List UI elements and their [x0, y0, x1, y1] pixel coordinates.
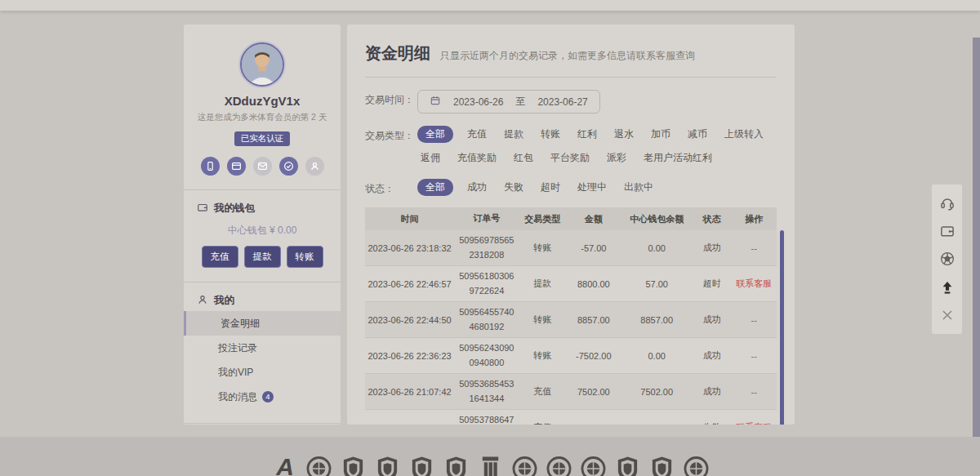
wallet-buttons: 充值提款转账: [197, 246, 327, 268]
type-option[interactable]: 返佣: [417, 149, 443, 167]
contact-support-link[interactable]: 联系客服: [736, 422, 772, 425]
calendar-icon: [430, 95, 441, 109]
cell-balance: 0.00: [621, 243, 693, 253]
cell-operation: --: [731, 351, 777, 361]
deposit-button[interactable]: 充值: [202, 246, 238, 268]
table-row: 2023-06-26 23:18:32509569785652318208转账-…: [365, 230, 777, 266]
verified-check-icon[interactable]: [279, 157, 298, 176]
column-header: 订单号: [454, 211, 519, 226]
cell-time: 2023-06-26 21:02:22: [365, 423, 454, 425]
wallet-section-title: 我的钱包: [197, 202, 327, 216]
close-icon[interactable]: [938, 306, 956, 324]
type-option[interactable]: 红利: [574, 126, 600, 143]
type-option[interactable]: 提款: [501, 126, 527, 143]
cell-type: 转账: [519, 349, 567, 362]
cell-balance: 0.00: [621, 351, 693, 361]
club-logo-5: [408, 455, 435, 476]
wallet-icon[interactable]: [938, 222, 956, 240]
status-option[interactable]: 超时: [537, 179, 564, 196]
phone-icon[interactable]: [201, 157, 220, 176]
club-logo-4: [374, 455, 401, 476]
page-scrollbar[interactable]: [973, 38, 980, 476]
cell-order-no: 509536854531641344: [454, 377, 519, 406]
center-wallet-balance: 中心钱包 ¥ 0.00: [197, 224, 327, 238]
type-option[interactable]: 加币: [648, 126, 674, 143]
customer-service-icon[interactable]: [938, 194, 956, 212]
my-menu: 资金明细投注记录我的VIP我的消息4: [197, 311, 327, 409]
club-logo-11: [614, 455, 641, 476]
member-note: 这是您成为多米体育会员的第 2 天: [197, 112, 327, 123]
type-option[interactable]: 上级转入: [721, 126, 767, 143]
cell-time: 2023-06-26 23:18:32: [365, 243, 454, 253]
divider: [184, 282, 341, 282]
sidebar-item-my-vip[interactable]: 我的VIP: [197, 360, 327, 385]
withdraw-button[interactable]: 提款: [244, 246, 281, 268]
cell-order-no: 509537886470152192: [454, 413, 519, 425]
cell-operation: --: [731, 243, 777, 253]
table-row: 2023-06-26 22:36:23509562430900940800转账-…: [365, 338, 777, 374]
bank-card-icon[interactable]: [227, 157, 246, 176]
cell-type: 充值: [519, 421, 567, 425]
type-option[interactable]: 老用户活动红利: [640, 149, 715, 167]
status-option[interactable]: 失败: [501, 179, 527, 196]
type-option[interactable]: 充值: [464, 126, 490, 143]
menu-item-label: 我的VIP: [218, 367, 253, 378]
cell-type: 充值: [519, 385, 567, 398]
type-option[interactable]: 退水: [611, 126, 637, 143]
back-to-top-icon[interactable]: [938, 278, 956, 296]
club-logo-row: A: [0, 455, 980, 476]
type-option[interactable]: 红包: [510, 149, 537, 167]
status-option[interactable]: 成功: [464, 179, 490, 196]
cell-amount: 8800.00: [566, 279, 621, 289]
club-logo-a-league: A: [271, 455, 298, 476]
table-scrollbar-thumb[interactable]: [780, 230, 784, 425]
table-row: 2023-06-26 21:07:42509536854531641344充值7…: [365, 374, 777, 410]
table-row: 2023-06-26 22:46:57509561803069722624提款8…: [365, 266, 777, 302]
profile-icon[interactable]: [305, 157, 324, 176]
sports-ball-icon[interactable]: [938, 250, 956, 268]
date-to[interactable]: 2023-06-27: [537, 96, 587, 108]
my-section-title: 我的: [197, 294, 327, 308]
menu-item-label: 投注记录: [218, 342, 257, 354]
profile-sidebar: XDduzYgV1x 这是您成为多米体育会员的第 2 天 已实名认证 我的钱包 …: [184, 24, 341, 425]
cell-operation: --: [731, 387, 777, 397]
type-option[interactable]: 全部: [417, 126, 453, 143]
transfer-button[interactable]: 转账: [287, 246, 323, 268]
sidebar-item-my-messages[interactable]: 我的消息4: [197, 385, 327, 409]
table-body: 2023-06-26 23:18:32509569785652318208转账-…: [365, 230, 777, 425]
club-logo-6: [443, 455, 470, 476]
person-outline-icon: [197, 294, 208, 308]
cell-balance: 7502.00: [621, 387, 693, 397]
status-option[interactable]: 全部: [417, 179, 453, 196]
club-logo-3: [340, 455, 367, 476]
cell-status: 成功: [693, 349, 732, 362]
cell-type: 转账: [519, 242, 567, 254]
top-strip: [0, 0, 980, 11]
type-option[interactable]: 转账: [537, 126, 564, 143]
status-option[interactable]: 处理中: [574, 179, 610, 196]
column-header: 交易类型: [519, 213, 567, 225]
footer: A: [0, 437, 980, 476]
no-operation: --: [751, 387, 757, 397]
cell-amount: -57.00: [566, 243, 621, 253]
verify-icons: [197, 157, 327, 176]
cell-amount: 7502.00: [566, 387, 621, 397]
verified-badge: 已实名认证: [234, 131, 291, 146]
status-option[interactable]: 出款中: [621, 179, 657, 196]
date-from[interactable]: 2023-06-26: [453, 96, 503, 108]
cell-order-no: 509561803069722624: [454, 269, 519, 298]
type-option[interactable]: 派彩: [604, 149, 630, 167]
type-option[interactable]: 减币: [684, 126, 710, 143]
sidebar-item-bet-records[interactable]: 投注记录: [197, 336, 327, 360]
column-header: 中心钱包余额: [621, 213, 693, 225]
username: XDduzYgV1x: [197, 94, 327, 108]
avatar[interactable]: [240, 42, 284, 87]
divider: [365, 77, 777, 78]
date-range-picker[interactable]: 2023-06-26 至 2023-06-27: [417, 90, 600, 113]
sidebar-item-funds-detail[interactable]: 资金明细: [184, 311, 341, 336]
contact-support-link[interactable]: 联系客服: [736, 278, 772, 288]
mail-icon[interactable]: [253, 157, 272, 176]
type-option[interactable]: 充值奖励: [454, 149, 500, 167]
cell-amount: -7502.00: [566, 351, 621, 361]
type-option[interactable]: 平台奖励: [547, 149, 593, 167]
